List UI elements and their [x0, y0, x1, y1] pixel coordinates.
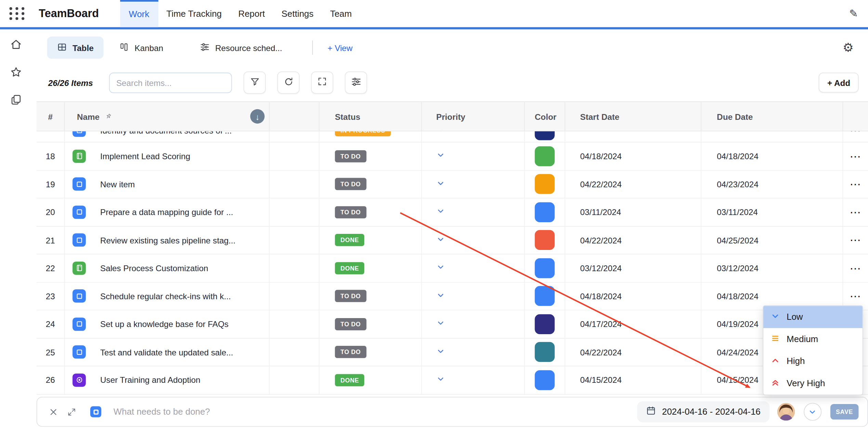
- column-header-priority[interactable]: Priority: [422, 102, 525, 131]
- due-date[interactable]: [701, 131, 843, 142]
- view-tab-kanban[interactable]: Kanban: [119, 42, 163, 53]
- search-input[interactable]: [109, 72, 232, 93]
- item-name[interactable]: Prepare a data mapping guide for ...: [100, 207, 233, 217]
- nav-tab-report[interactable]: Report: [230, 0, 273, 27]
- row-actions-button[interactable]: ⋯: [843, 171, 868, 198]
- settings-button[interactable]: [345, 72, 367, 94]
- item-name[interactable]: User Training and Adoption: [100, 375, 200, 385]
- status-badge[interactable]: IN PROGRESS: [335, 131, 391, 137]
- start-date[interactable]: 04/18/2024: [565, 282, 701, 310]
- due-date[interactable]: 04/18/2024: [701, 142, 843, 170]
- row-actions-button[interactable]: ⋯: [843, 198, 868, 226]
- nav-tab-settings[interactable]: Settings: [273, 0, 322, 27]
- start-date[interactable]: 04/17/2024: [565, 310, 701, 338]
- color-swatch[interactable]: [535, 202, 555, 222]
- nav-tab-time-tracking[interactable]: Time Tracking: [158, 0, 230, 27]
- chevron-down-icon[interactable]: [436, 235, 445, 246]
- priority-option-high[interactable]: High: [763, 350, 863, 373]
- sort-desc-indicator[interactable]: ↓: [250, 109, 265, 124]
- nav-tab-work[interactable]: Work: [120, 0, 158, 27]
- refresh-button[interactable]: [277, 72, 300, 94]
- status-badge[interactable]: TO DO: [335, 290, 366, 302]
- row-actions-button[interactable]: ⋯: [843, 254, 868, 282]
- start-date[interactable]: 03/11/2024: [565, 198, 701, 226]
- column-header-due-date[interactable]: Due Date: [701, 102, 843, 131]
- status-badge[interactable]: TO DO: [335, 318, 366, 330]
- chevron-down-icon[interactable]: [436, 207, 445, 217]
- chevron-down-icon[interactable]: [436, 179, 445, 189]
- due-date[interactable]: 04/23/2024: [701, 171, 843, 198]
- chevron-down-icon[interactable]: [436, 151, 445, 162]
- color-swatch[interactable]: [535, 174, 555, 194]
- item-name[interactable]: Identify and document sources of ...: [100, 131, 232, 135]
- home-icon[interactable]: [10, 38, 22, 51]
- view-tab-table[interactable]: Table: [47, 37, 104, 59]
- copy-icon[interactable]: [10, 94, 22, 106]
- item-name[interactable]: Implement Lead Scoring: [100, 151, 190, 161]
- item-name[interactable]: Schedule regular check-ins with k...: [100, 291, 231, 301]
- status-badge[interactable]: DONE: [335, 234, 364, 246]
- color-swatch[interactable]: [535, 370, 555, 390]
- color-swatch[interactable]: [535, 258, 555, 278]
- start-date[interactable]: 04/22/2024: [565, 171, 701, 198]
- start-date[interactable]: 04/18/2024: [565, 142, 701, 170]
- new-item-input[interactable]: [114, 407, 637, 417]
- avatar[interactable]: [777, 403, 795, 421]
- add-view-button[interactable]: + View: [328, 43, 353, 52]
- nav-tab-team[interactable]: Team: [322, 0, 360, 27]
- column-header-status[interactable]: Status: [319, 102, 422, 131]
- item-name[interactable]: Test and validate the updated sale...: [100, 347, 233, 357]
- priority-option-very-high[interactable]: Very High: [763, 373, 863, 395]
- column-header-color[interactable]: Color: [525, 102, 565, 131]
- chevron-down-icon[interactable]: [436, 131, 445, 136]
- due-date[interactable]: 03/12/2024: [701, 254, 843, 282]
- status-badge[interactable]: TO DO: [335, 346, 366, 358]
- start-date[interactable]: [565, 131, 701, 142]
- start-date[interactable]: 04/15/2024: [565, 366, 701, 394]
- pencil-icon[interactable]: ✎: [849, 7, 858, 20]
- chevron-down-icon[interactable]: [436, 319, 445, 329]
- pin-icon[interactable]: [104, 112, 112, 121]
- save-button[interactable]: SAVE: [830, 404, 859, 419]
- color-swatch[interactable]: [535, 286, 555, 306]
- color-swatch[interactable]: [535, 230, 555, 250]
- add-item-button[interactable]: + Add: [819, 73, 859, 92]
- app-launcher-icon[interactable]: [10, 7, 26, 20]
- row-actions-button[interactable]: ⋯: [843, 142, 868, 170]
- gear-icon[interactable]: ⚙: [843, 41, 854, 54]
- status-badge[interactable]: TO DO: [335, 206, 366, 218]
- row-actions-button[interactable]: ⋯: [843, 226, 868, 254]
- close-icon[interactable]: [49, 407, 57, 416]
- color-swatch[interactable]: [535, 131, 555, 140]
- color-swatch[interactable]: [535, 146, 555, 166]
- status-badge[interactable]: TO DO: [335, 178, 366, 190]
- date-range-picker[interactable]: 2024-04-16 - 2024-04-16: [637, 401, 770, 423]
- chevron-down-icon[interactable]: [436, 291, 445, 301]
- priority-option-medium[interactable]: Medium: [763, 328, 863, 350]
- due-date[interactable]: 04/25/2024: [701, 226, 843, 254]
- column-header-name[interactable]: Name ↓: [65, 102, 269, 131]
- chevron-down-icon[interactable]: [436, 375, 445, 386]
- column-header-num[interactable]: #: [37, 102, 65, 131]
- chevron-down-button[interactable]: [804, 403, 821, 421]
- color-swatch[interactable]: [535, 314, 555, 334]
- item-name[interactable]: Review existing sales pipeline stag...: [100, 236, 235, 245]
- column-header-start-date[interactable]: Start Date: [565, 102, 701, 131]
- priority-option-low[interactable]: Low: [763, 306, 863, 328]
- status-badge[interactable]: DONE: [335, 262, 364, 274]
- item-name[interactable]: Sales Process Customization: [100, 263, 208, 273]
- star-icon[interactable]: [10, 66, 22, 78]
- view-tab-resource-scheduler[interactable]: Resource sched...: [200, 42, 282, 53]
- status-badge[interactable]: DONE: [335, 374, 364, 386]
- chevron-down-icon[interactable]: [436, 263, 445, 274]
- row-actions-button[interactable]: ⋯: [843, 131, 868, 142]
- start-date[interactable]: 04/22/2024: [565, 338, 701, 366]
- color-swatch[interactable]: [535, 342, 555, 362]
- fullscreen-button[interactable]: [311, 72, 333, 94]
- due-date[interactable]: 03/11/2024: [701, 198, 843, 226]
- filter-button[interactable]: [244, 72, 266, 94]
- item-name[interactable]: Set up a knowledge base for FAQs: [100, 319, 228, 329]
- start-date[interactable]: 04/22/2024: [565, 226, 701, 254]
- status-badge[interactable]: TO DO: [335, 150, 366, 162]
- chevron-down-icon[interactable]: [436, 347, 445, 357]
